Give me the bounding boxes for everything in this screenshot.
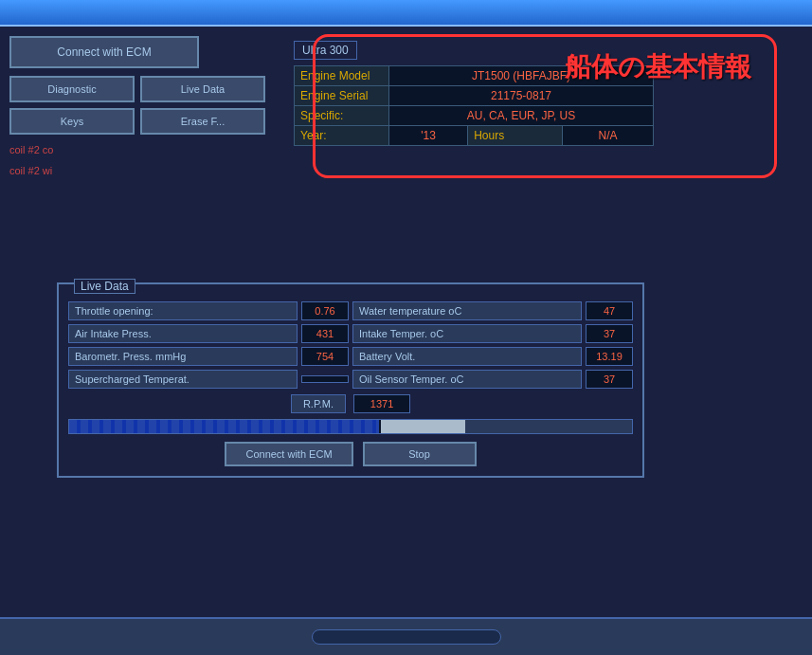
intake-temper-row: Intake Temper. oC 37 (352, 324, 633, 343)
oil-sensor-label: Oil Sensor Temper. oC (352, 370, 582, 389)
engine-serial-value: 21175-0817 (389, 86, 654, 106)
keys-button[interactable]: Keys (9, 108, 135, 135)
oil-sensor-value: 37 (586, 370, 633, 389)
erase-button[interactable]: Erase F... (140, 108, 265, 135)
diagnostic-livedata-row: Diagnostic Live Data (9, 76, 265, 102)
hours-value: N/A (563, 126, 654, 146)
diagnostic-button[interactable]: Diagnostic (9, 76, 135, 102)
connect-ecm-button[interactable]: Connect with ECM (9, 36, 199, 68)
battery-label: Battery Volt. (352, 347, 582, 366)
specific-row: Specific: AU, CA, EUR, JP, US (295, 106, 654, 126)
engine-model-value: JT1500 (HBFAJBF) (389, 66, 654, 86)
engine-model-row: Engine Model JT1500 (HBFAJBF) (295, 66, 654, 86)
air-intake-row: Air Intake Press. 431 (68, 324, 349, 343)
specific-value: AU, CA, EUR, JP, US (389, 106, 654, 126)
live-data-title: Live Data (74, 279, 135, 294)
engine-serial-row: Engine Serial 21175-0817 (295, 86, 654, 106)
bottom-bar (0, 617, 812, 655)
coil1-label: coil #2 co (9, 144, 265, 155)
stop-button[interactable]: Stop (363, 442, 477, 466)
intake-temper-label: Intake Temper. oC (352, 324, 582, 343)
top-bar (0, 0, 812, 27)
info-table: Engine Model JT1500 (HBFAJBF) Engine Ser… (294, 65, 654, 146)
engine-serial-label: Engine Serial (295, 86, 389, 106)
supercharged-value (301, 375, 349, 383)
keys-erase-row: Keys Erase F... (9, 108, 265, 135)
specific-label: Specific: (295, 106, 389, 126)
rpm-progress-bar (68, 419, 633, 434)
barometer-row: Barometr. Press. mmHg 754 (68, 347, 349, 366)
air-intake-value: 431 (301, 324, 349, 343)
live-data-grid: Throttle opening: 0.76 Water temperature… (68, 301, 633, 389)
live-data-buttons: Connect with ECM Stop (68, 442, 633, 466)
progress-fill-light (381, 420, 465, 433)
connect-ecm-live-button[interactable]: Connect with ECM (225, 442, 352, 466)
main-screen: Connect with ECM Diagnostic Live Data Ke… (0, 27, 812, 617)
barometer-label: Barometr. Press. mmHg (68, 347, 298, 366)
year-hours-row: Year: '13 Hours N/A (295, 126, 654, 146)
live-data-button[interactable]: Live Data (140, 76, 265, 102)
year-label: Year: (295, 126, 389, 146)
progress-fill-blue (69, 420, 379, 433)
rpm-label: R.P.M. (291, 394, 346, 413)
progress-fill-empty (465, 420, 632, 433)
intake-temper-value: 37 (586, 324, 633, 343)
supercharged-row: Supercharged Temperat. (68, 370, 349, 389)
ultra-panel: Ultra 300 Engine Model JT1500 (HBFAJBF) … (294, 41, 654, 146)
coil2-label: coil #2 wi (9, 165, 265, 176)
ultra-title: Ultra 300 (294, 41, 357, 60)
live-data-panel: Live Data Throttle opening: 0.76 Water t… (57, 282, 644, 478)
ultra-title-bar: Ultra 300 (294, 41, 654, 60)
horizontal-scrollbar[interactable] (312, 629, 501, 645)
year-value: '13 (389, 126, 468, 146)
battery-row: Battery Volt. 13.19 (352, 347, 633, 366)
rpm-value: 1371 (353, 394, 410, 413)
barometer-value: 754 (301, 347, 349, 366)
hours-label: Hours (468, 126, 563, 146)
oil-sensor-row: Oil Sensor Temper. oC 37 (352, 370, 633, 389)
supercharged-label: Supercharged Temperat. (68, 370, 298, 389)
air-intake-label: Air Intake Press. (68, 324, 298, 343)
rpm-row: R.P.M. 1371 (68, 394, 633, 413)
engine-model-label: Engine Model (295, 66, 389, 86)
battery-value: 13.19 (586, 347, 633, 366)
